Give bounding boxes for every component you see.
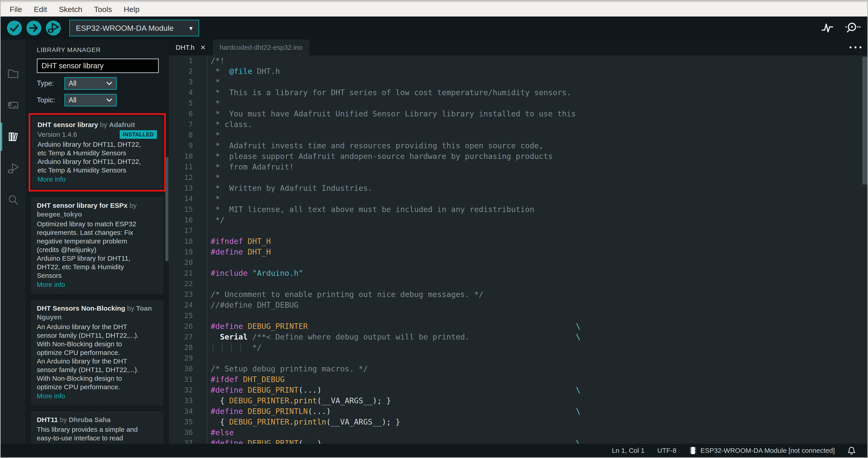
library-author: beegee_tokyo bbox=[37, 210, 82, 218]
verify-button[interactable] bbox=[7, 21, 22, 35]
close-icon[interactable]: ✕ bbox=[200, 44, 206, 51]
chevron-down-icon bbox=[106, 98, 113, 103]
code-token: __VA_ARGS__ bbox=[321, 396, 372, 405]
cursor-position[interactable]: Ln 1, Col 1 bbox=[612, 447, 645, 454]
code-token: │ │ │ │ bbox=[211, 343, 243, 352]
sidebar-item-search[interactable] bbox=[1, 184, 26, 216]
line-content: #define DEBUG_PRINTLN(...) \ bbox=[207, 406, 581, 417]
line-number: 5 bbox=[169, 98, 207, 109]
library-name: DHT sensor library bbox=[37, 121, 98, 128]
activity-bar bbox=[1, 39, 26, 444]
description-line: temperature and humidity data from bbox=[37, 442, 158, 444]
tab-hardcoded-dht22-esp32.ino[interactable]: hardcoded-dht22-esp32.ino bbox=[213, 39, 309, 55]
library-description: An Arduino library for the DHTsensor fam… bbox=[37, 322, 158, 400]
menu-item-edit[interactable]: Edit bbox=[28, 2, 53, 17]
code-token: #define bbox=[211, 322, 243, 331]
library-books-icon bbox=[6, 130, 20, 143]
menu-item-tools[interactable]: Tools bbox=[88, 2, 118, 17]
line-content: * Adafruit invests time and resources pr… bbox=[207, 140, 544, 151]
filter-select-type[interactable]: All bbox=[64, 77, 117, 90]
library-description: This library provides a simple andeasy-t… bbox=[37, 425, 158, 444]
menu-item-file[interactable]: File bbox=[4, 2, 28, 17]
line-number: 16 bbox=[169, 215, 207, 225]
code-token: #define bbox=[211, 385, 243, 395]
more-info-link[interactable]: More info bbox=[37, 175, 66, 183]
more-actions-icon[interactable] bbox=[849, 46, 862, 48]
library-entry[interactable]: DHT Sensors Non-Blocking by Toan NguyenA… bbox=[31, 300, 163, 405]
board-selector[interactable]: ESP32-WROOM-DA Module ▾ bbox=[69, 20, 199, 36]
code-token bbox=[243, 438, 247, 444]
code-token: \ bbox=[576, 407, 580, 416]
code-line: 19#define DHT_H bbox=[169, 247, 867, 257]
code-token: #include bbox=[211, 268, 248, 278]
code-token bbox=[321, 438, 576, 444]
code-line: 16 */ bbox=[169, 215, 867, 225]
sidebar-item-boards-manager[interactable] bbox=[1, 89, 26, 121]
library-name: DHT sensor library for ESPx bbox=[37, 202, 128, 209]
code-token: * bbox=[211, 98, 220, 108]
serial-plotter-button[interactable] bbox=[821, 22, 834, 35]
library-entry[interactable]: DHT sensor library by AdafruitVersion 1.… bbox=[32, 116, 163, 189]
line-content: */ bbox=[207, 215, 224, 225]
code-token bbox=[469, 332, 576, 341]
panel-scrollbar[interactable] bbox=[165, 157, 168, 261]
code-token bbox=[308, 322, 576, 331]
library-entry[interactable]: DHT sensor library for ESPx by beegee_to… bbox=[31, 197, 163, 294]
code-line: 7 * class. bbox=[169, 119, 867, 130]
debug-button[interactable] bbox=[46, 21, 61, 35]
upload-button[interactable] bbox=[26, 21, 41, 35]
more-info-link[interactable]: More info bbox=[37, 280, 65, 289]
library-search-input[interactable] bbox=[37, 59, 159, 73]
board-status[interactable]: ESP32-WROOM-DA Module [not connected] bbox=[689, 446, 835, 455]
code-line: 34#define DEBUG_PRINTLN(...) \ bbox=[169, 406, 867, 417]
description-line: optimize CPU performance. bbox=[37, 383, 158, 391]
line-number: 6 bbox=[169, 109, 207, 119]
code-token: * bbox=[211, 194, 220, 203]
library-entry-meta: Version 1.4.6INSTALLED bbox=[37, 130, 157, 139]
line-content: * please support Adafruit andopen-source… bbox=[207, 151, 553, 162]
line-number: 1 bbox=[169, 55, 207, 66]
code-editor[interactable]: 1/*!2 * @file DHT.h3 *4 * This is a libr… bbox=[169, 55, 867, 444]
editor-scrollbar[interactable] bbox=[862, 57, 867, 184]
line-content: * bbox=[207, 194, 220, 204]
folder-icon bbox=[6, 67, 20, 80]
line-content: { DEBUG_PRINTER.print(__VA_ARGS__); } bbox=[207, 395, 391, 406]
filter-select-value: All bbox=[69, 79, 106, 87]
line-number: 37 bbox=[169, 438, 207, 444]
code-line: 14 * bbox=[169, 194, 867, 204]
code-token bbox=[243, 407, 247, 416]
code-line: 28│ │ │ │ */ bbox=[169, 342, 867, 353]
code-token: DHT_H bbox=[248, 247, 271, 256]
code-line: 24//#define DHT_DEBUG bbox=[169, 300, 867, 310]
sidebar-item-library-manager[interactable] bbox=[1, 121, 26, 152]
line-content: * bbox=[207, 172, 220, 183]
code-token: \ bbox=[576, 322, 580, 331]
tab-dht.h[interactable]: DHT.h✕ bbox=[169, 39, 213, 55]
library-list: DHT sensor library by AdafruitVersion 1.… bbox=[26, 112, 169, 444]
sidebar-item-sketchbook[interactable] bbox=[1, 58, 26, 89]
line-number: 34 bbox=[169, 406, 207, 417]
library-by-label: by bbox=[98, 121, 109, 128]
code-token: DEBUG_PRINT bbox=[248, 438, 299, 444]
menu-item-sketch[interactable]: Sketch bbox=[53, 2, 88, 17]
code-token: */ bbox=[243, 343, 261, 352]
code-token: */ bbox=[211, 216, 224, 225]
code-lines: 1/*!2 * @file DHT.h3 *4 * This is a libr… bbox=[169, 55, 867, 444]
serial-monitor-button[interactable] bbox=[844, 22, 861, 35]
library-name: DHT Sensors Non-Blocking bbox=[37, 305, 125, 312]
line-number: 21 bbox=[169, 268, 207, 279]
line-content: │ │ │ │ */ bbox=[207, 342, 261, 353]
encoding-indicator[interactable]: UTF-8 bbox=[657, 447, 677, 454]
library-entry[interactable]: DHT11 by Dhruba SahaThis library provide… bbox=[31, 411, 163, 444]
sidebar-item-debug[interactable] bbox=[1, 152, 26, 184]
board-status-label: ESP32-WROOM-DA Module [not connected] bbox=[701, 447, 835, 454]
code-token: DHT_DEBUG bbox=[243, 375, 284, 384]
more-info-link[interactable]: More info bbox=[37, 392, 65, 400]
filter-select-topic[interactable]: All bbox=[64, 94, 117, 107]
code-token: (...) bbox=[299, 438, 321, 444]
notifications-button[interactable] bbox=[847, 446, 856, 455]
bug-play-icon bbox=[6, 162, 20, 175]
code-line: 30/* Setup debug printing macros. */ bbox=[169, 364, 867, 374]
menu-item-help[interactable]: Help bbox=[118, 2, 146, 17]
chevron-down-icon bbox=[106, 81, 113, 86]
